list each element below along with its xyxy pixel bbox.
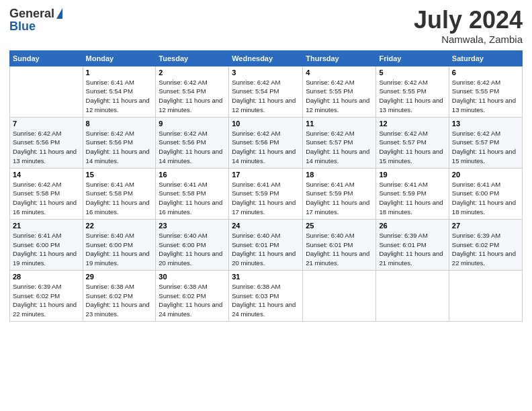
day-info: Sunrise: 6:42 AM Sunset: 5:55 PM Dayligh… <box>452 78 519 115</box>
day-number: 31 <box>232 273 300 281</box>
day-info: Sunrise: 6:39 AM Sunset: 6:02 PM Dayligh… <box>13 282 80 319</box>
day-number: 25 <box>306 222 373 230</box>
day-number: 4 <box>306 68 373 77</box>
calendar-week-row: 1Sunrise: 6:41 AM Sunset: 5:54 PM Daylig… <box>10 66 523 117</box>
weekday-header-cell: Thursday <box>303 50 376 66</box>
logo: General Blue <box>9 7 62 34</box>
title-area: July 2024 Namwala, Zambia <box>414 7 523 45</box>
calendar-table: SundayMondayTuesdayWednesdayThursdayFrid… <box>9 50 523 322</box>
calendar-cell: 14Sunrise: 6:42 AM Sunset: 5:58 PM Dayli… <box>10 168 83 219</box>
day-number: 8 <box>86 120 153 128</box>
calendar-cell: 28Sunrise: 6:39 AM Sunset: 6:02 PM Dayli… <box>10 270 83 321</box>
calendar-cell: 12Sunrise: 6:42 AM Sunset: 5:57 PM Dayli… <box>376 117 449 168</box>
calendar-cell <box>449 270 522 321</box>
calendar-cell: 25Sunrise: 6:40 AM Sunset: 6:01 PM Dayli… <box>303 219 376 270</box>
calendar-cell: 24Sunrise: 6:40 AM Sunset: 6:01 PM Dayli… <box>229 219 303 270</box>
calendar-cell: 1Sunrise: 6:41 AM Sunset: 5:54 PM Daylig… <box>83 66 156 117</box>
calendar-cell: 7Sunrise: 6:42 AM Sunset: 5:56 PM Daylig… <box>10 117 83 168</box>
logo-triangle-icon <box>56 8 62 19</box>
day-number: 18 <box>306 171 373 179</box>
header: General Blue July 2024 Namwala, Zambia <box>9 7 523 45</box>
calendar-cell: 3Sunrise: 6:42 AM Sunset: 5:54 PM Daylig… <box>229 66 303 117</box>
calendar-week-row: 7Sunrise: 6:42 AM Sunset: 5:56 PM Daylig… <box>10 117 523 168</box>
day-info: Sunrise: 6:40 AM Sunset: 6:00 PM Dayligh… <box>86 231 153 268</box>
day-number: 6 <box>452 68 519 77</box>
weekday-header-cell: Friday <box>376 50 449 66</box>
calendar-cell <box>376 270 449 321</box>
day-number: 30 <box>159 273 226 281</box>
page: General Blue July 2024 Namwala, Zambia S… <box>0 0 532 411</box>
day-info: Sunrise: 6:39 AM Sunset: 6:02 PM Dayligh… <box>452 231 519 268</box>
calendar-week-row: 28Sunrise: 6:39 AM Sunset: 6:02 PM Dayli… <box>10 270 523 321</box>
day-number: 13 <box>452 120 519 128</box>
day-number: 29 <box>86 273 153 281</box>
calendar-cell: 5Sunrise: 6:42 AM Sunset: 5:55 PM Daylig… <box>376 66 449 117</box>
weekday-header-cell: Monday <box>83 50 156 66</box>
day-info: Sunrise: 6:42 AM Sunset: 5:54 PM Dayligh… <box>232 78 300 115</box>
calendar-cell: 22Sunrise: 6:40 AM Sunset: 6:00 PM Dayli… <box>83 219 156 270</box>
month-title: July 2024 <box>414 7 523 34</box>
day-info: Sunrise: 6:40 AM Sunset: 6:00 PM Dayligh… <box>159 231 226 268</box>
day-info: Sunrise: 6:42 AM Sunset: 5:54 PM Dayligh… <box>159 78 226 115</box>
day-number: 9 <box>159 120 226 128</box>
day-info: Sunrise: 6:42 AM Sunset: 5:56 PM Dayligh… <box>86 129 153 166</box>
logo-general: General <box>9 7 54 21</box>
day-info: Sunrise: 6:38 AM Sunset: 6:02 PM Dayligh… <box>86 282 153 319</box>
day-info: Sunrise: 6:42 AM Sunset: 5:55 PM Dayligh… <box>306 78 373 115</box>
calendar-cell: 20Sunrise: 6:41 AM Sunset: 6:00 PM Dayli… <box>449 168 522 219</box>
day-number: 21 <box>13 222 80 230</box>
calendar-cell: 16Sunrise: 6:41 AM Sunset: 5:58 PM Dayli… <box>156 168 229 219</box>
day-number: 14 <box>13 171 80 179</box>
day-number: 27 <box>452 222 519 230</box>
day-number: 11 <box>306 120 373 128</box>
calendar-cell: 23Sunrise: 6:40 AM Sunset: 6:00 PM Dayli… <box>156 219 229 270</box>
day-number: 22 <box>86 222 153 230</box>
day-info: Sunrise: 6:42 AM Sunset: 5:56 PM Dayligh… <box>232 129 300 166</box>
day-info: Sunrise: 6:41 AM Sunset: 5:58 PM Dayligh… <box>86 180 153 217</box>
day-info: Sunrise: 6:40 AM Sunset: 6:01 PM Dayligh… <box>306 231 373 268</box>
calendar-cell <box>10 66 83 117</box>
day-info: Sunrise: 6:42 AM Sunset: 5:57 PM Dayligh… <box>306 129 373 166</box>
calendar-cell: 21Sunrise: 6:41 AM Sunset: 6:00 PM Dayli… <box>10 219 83 270</box>
day-number: 5 <box>379 68 445 77</box>
day-number: 2 <box>159 68 226 77</box>
calendar-cell: 15Sunrise: 6:41 AM Sunset: 5:58 PM Dayli… <box>83 168 156 219</box>
calendar-cell: 11Sunrise: 6:42 AM Sunset: 5:57 PM Dayli… <box>303 117 376 168</box>
calendar-cell: 4Sunrise: 6:42 AM Sunset: 5:55 PM Daylig… <box>303 66 376 117</box>
calendar-cell: 17Sunrise: 6:41 AM Sunset: 5:59 PM Dayli… <box>229 168 303 219</box>
logo-text-block: General Blue <box>9 7 62 34</box>
day-number: 24 <box>232 222 300 230</box>
weekday-header-cell: Sunday <box>10 50 83 66</box>
weekday-header-cell: Wednesday <box>229 50 303 66</box>
weekday-header-row: SundayMondayTuesdayWednesdayThursdayFrid… <box>10 50 523 66</box>
day-info: Sunrise: 6:42 AM Sunset: 5:57 PM Dayligh… <box>379 129 445 166</box>
day-number: 17 <box>232 171 300 179</box>
day-number: 10 <box>232 120 300 128</box>
calendar-cell: 9Sunrise: 6:42 AM Sunset: 5:56 PM Daylig… <box>156 117 229 168</box>
day-info: Sunrise: 6:41 AM Sunset: 5:54 PM Dayligh… <box>86 78 153 115</box>
day-info: Sunrise: 6:42 AM Sunset: 5:57 PM Dayligh… <box>452 129 519 166</box>
day-number: 19 <box>379 171 445 179</box>
day-info: Sunrise: 6:41 AM Sunset: 6:00 PM Dayligh… <box>452 180 519 217</box>
calendar-cell <box>303 270 376 321</box>
calendar-cell: 27Sunrise: 6:39 AM Sunset: 6:02 PM Dayli… <box>449 219 522 270</box>
calendar-cell: 10Sunrise: 6:42 AM Sunset: 5:56 PM Dayli… <box>229 117 303 168</box>
day-number: 28 <box>13 273 80 281</box>
logo-blue-text: Blue <box>9 19 62 34</box>
calendar-cell: 26Sunrise: 6:39 AM Sunset: 6:01 PM Dayli… <box>376 219 449 270</box>
day-number: 20 <box>452 171 519 179</box>
calendar-cell: 8Sunrise: 6:42 AM Sunset: 5:56 PM Daylig… <box>83 117 156 168</box>
day-info: Sunrise: 6:39 AM Sunset: 6:01 PM Dayligh… <box>379 231 445 268</box>
calendar-week-row: 21Sunrise: 6:41 AM Sunset: 6:00 PM Dayli… <box>10 219 523 270</box>
day-info: Sunrise: 6:41 AM Sunset: 5:59 PM Dayligh… <box>232 180 300 217</box>
day-info: Sunrise: 6:41 AM Sunset: 5:59 PM Dayligh… <box>379 180 445 217</box>
day-info: Sunrise: 6:42 AM Sunset: 5:55 PM Dayligh… <box>379 78 445 115</box>
calendar-cell: 13Sunrise: 6:42 AM Sunset: 5:57 PM Dayli… <box>449 117 522 168</box>
day-number: 3 <box>232 68 300 77</box>
day-info: Sunrise: 6:38 AM Sunset: 6:02 PM Dayligh… <box>159 282 226 319</box>
day-info: Sunrise: 6:40 AM Sunset: 6:01 PM Dayligh… <box>232 231 300 268</box>
location-subtitle: Namwala, Zambia <box>414 34 523 45</box>
day-info: Sunrise: 6:42 AM Sunset: 5:56 PM Dayligh… <box>13 129 80 166</box>
calendar-week-row: 14Sunrise: 6:42 AM Sunset: 5:58 PM Dayli… <box>10 168 523 219</box>
day-info: Sunrise: 6:41 AM Sunset: 5:58 PM Dayligh… <box>159 180 226 217</box>
